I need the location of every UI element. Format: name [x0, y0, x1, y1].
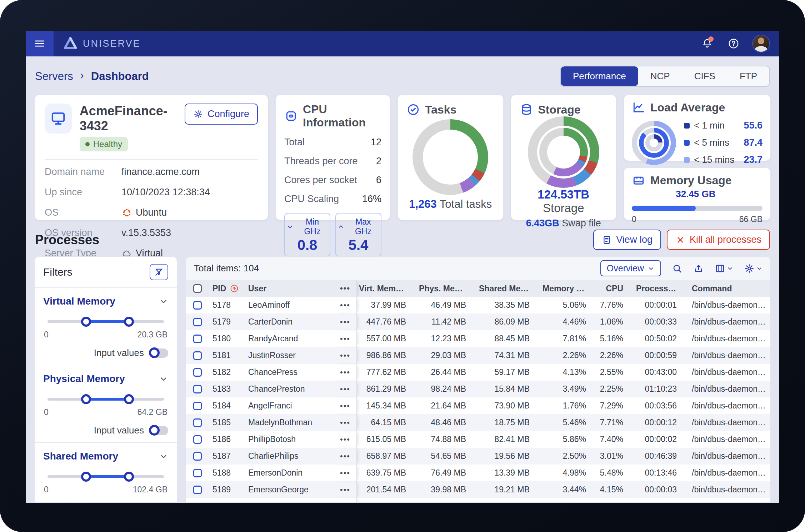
row-menu-button[interactable]: •••	[334, 448, 357, 465]
cell-process-time: 01:10:23	[634, 384, 688, 394]
view-select-dropdown[interactable]: Overview	[600, 260, 661, 276]
cell-cpu: 1.69%	[597, 502, 634, 502]
cell-command: /bin/dbus-daemon…	[688, 401, 770, 411]
slider-handle-min[interactable]	[81, 317, 91, 327]
row-menu-button[interactable]: •••	[334, 313, 357, 330]
header-command[interactable]: Command	[688, 284, 770, 293]
row-checkbox[interactable]	[186, 301, 209, 310]
header-menu[interactable]: •••	[334, 280, 357, 297]
legend-1min: < 1 min 55.6	[684, 117, 762, 134]
cell-command: /bin/dbus-daemon…	[688, 351, 770, 360]
row-checkbox[interactable]	[186, 435, 209, 444]
cell-virt-memory: 986.86 MB	[357, 351, 417, 360]
row-menu-button[interactable]: •••	[334, 414, 357, 431]
slider-handle-min[interactable]	[81, 472, 91, 482]
row-checkbox[interactable]	[186, 351, 209, 360]
search-icon	[672, 263, 682, 274]
row-menu-button[interactable]: •••	[334, 498, 357, 502]
chevron-down-icon[interactable]	[159, 297, 168, 306]
header-phys-memory[interactable]: Phys. Memory	[417, 284, 477, 293]
cell-user: EmersonGeorge	[246, 485, 334, 495]
cell-pid: 5190	[209, 502, 246, 502]
row-menu-button[interactable]: •••	[334, 397, 357, 414]
load-average-card: Load Average	[624, 95, 771, 161]
slider-handle-max[interactable]	[124, 472, 134, 482]
header-cpu[interactable]: CPU	[597, 284, 634, 293]
row-checkbox[interactable]	[186, 486, 209, 494]
row-checkbox[interactable]	[186, 368, 209, 377]
row-checkbox[interactable]	[186, 469, 209, 477]
chevron-down-icon[interactable]	[159, 374, 168, 383]
export-button[interactable]	[693, 263, 704, 274]
shared-memory-slider	[48, 471, 164, 482]
row-checkbox[interactable]	[186, 385, 209, 393]
cell-memory-used: 5.86%	[540, 435, 597, 444]
tasks-card: Tasks 1,263 Total tasks	[398, 95, 504, 220]
row-checkbox[interactable]	[186, 335, 209, 343]
view-log-button[interactable]: View log	[593, 230, 661, 250]
row-menu-button[interactable]: •••	[334, 364, 357, 381]
kill-all-processes-button[interactable]: Kill all processes	[667, 230, 770, 250]
header-user[interactable]: User	[246, 284, 334, 293]
cell-cpu: 7.71%	[597, 418, 634, 427]
row-checkbox[interactable]	[186, 402, 209, 410]
row-menu-button[interactable]: •••	[334, 347, 357, 364]
header-memory-used[interactable]: Memory Used	[540, 284, 597, 293]
row-menu-button[interactable]: •••	[334, 330, 357, 347]
slider-handle-max[interactable]	[124, 394, 134, 404]
configure-button[interactable]: Configure	[185, 104, 258, 125]
row-menu-button[interactable]: •••	[334, 431, 357, 448]
select-all-checkbox[interactable]	[186, 284, 209, 293]
input-values-toggle[interactable]	[150, 348, 168, 358]
table-row: 5178LeoAminoff•••37.99 MB46.49 MB38.35 M…	[186, 297, 770, 313]
user-avatar[interactable]	[753, 35, 769, 52]
cell-memory-used: 2.50%	[540, 451, 597, 461]
cell-shared-memory: 74.31 MB	[477, 351, 540, 360]
input-values-toggle[interactable]	[150, 426, 168, 435]
columns-button[interactable]	[715, 263, 733, 274]
filter-shared-memory: Shared Memory 0102.4 GB Input values	[35, 443, 177, 503]
row-checkbox[interactable]	[186, 418, 209, 427]
table-settings-button[interactable]	[744, 263, 762, 274]
header-pid[interactable]: PID	[209, 284, 246, 293]
monitor-icon	[49, 109, 68, 128]
cell-phys-memory: 29.03 MB	[417, 351, 477, 360]
tab-performance[interactable]: Performance	[561, 66, 638, 86]
cell-process-time: 00:00:59	[634, 351, 688, 360]
legend-chip	[684, 140, 690, 146]
cell-virt-memory: 64.15 MB	[357, 418, 417, 427]
row-checkbox[interactable]	[186, 452, 209, 461]
filters-panel: Filters Virtual Memory	[34, 256, 177, 503]
header-virt-memory[interactable]: Virt. Memory	[357, 284, 417, 293]
table-row: 5180RandyArcand•••557.00 MB12.23 MB88.45…	[186, 330, 770, 347]
row-menu-button[interactable]: •••	[334, 465, 357, 481]
tab-cifs[interactable]: CIFS	[682, 66, 728, 86]
row-menu-button[interactable]: •••	[334, 297, 357, 313]
tab-ncp[interactable]: NCP	[638, 66, 682, 86]
clear-filters-button[interactable]	[150, 264, 168, 280]
cell-process-time: 00:00:12	[634, 418, 688, 427]
search-button[interactable]	[672, 263, 682, 274]
table-row: 5183ChancePreston•••861.29 MB98.24 MB15.…	[186, 381, 770, 397]
memory-progress-fill	[632, 206, 696, 211]
notifications-button[interactable]	[700, 36, 714, 51]
cell-memory-used: 1.76%	[540, 401, 597, 411]
row-checkbox[interactable]	[186, 318, 209, 326]
document-icon	[602, 235, 612, 245]
hamburger-menu-button[interactable]	[26, 31, 54, 56]
row-checkbox[interactable]	[186, 502, 209, 503]
slider-handle-max[interactable]	[124, 317, 134, 327]
help-button[interactable]	[726, 36, 741, 51]
row-menu-button[interactable]: •••	[334, 481, 357, 498]
load-card-title: Load Average	[650, 101, 725, 114]
chevron-down-icon[interactable]	[159, 452, 168, 461]
cell-cpu: 2.26%	[597, 351, 634, 360]
cell-command: /bin/dbus-daemon…	[688, 435, 770, 444]
header-shared-memory[interactable]: Shared Memory	[477, 284, 540, 293]
tab-ftp[interactable]: FTP	[728, 66, 769, 86]
slider-handle-min[interactable]	[81, 394, 91, 404]
header-process-time[interactable]: Process time	[634, 284, 688, 293]
cell-pid: 5181	[209, 351, 246, 360]
breadcrumb-servers[interactable]: Servers	[35, 70, 73, 83]
row-menu-button[interactable]: •••	[334, 381, 357, 397]
